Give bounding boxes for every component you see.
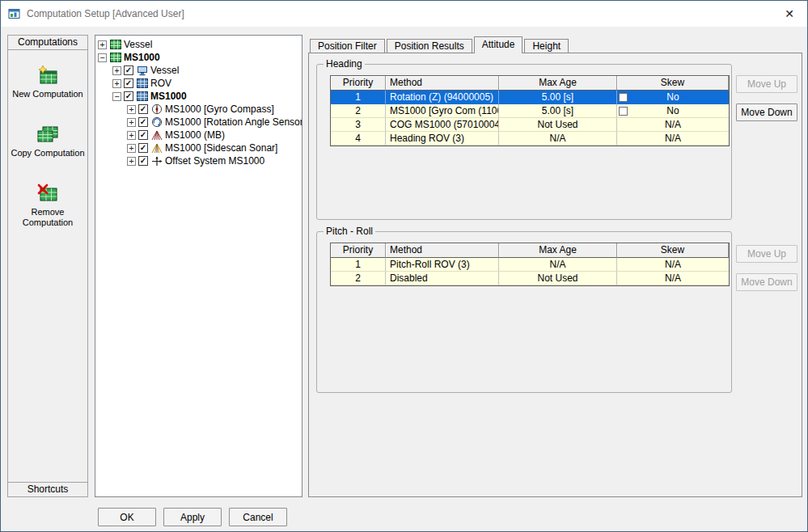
tree-checkbox[interactable]: ✓	[124, 91, 133, 101]
pitch-roll-group: Pitch - Roll PriorityMethodMax AgeSkew1P…	[316, 231, 732, 393]
cell-method: Disabled	[386, 272, 499, 285]
tree-item-label: MS1000 [Sidescan Sonar]	[165, 142, 277, 154]
multibeam-icon	[150, 129, 163, 141]
table-header-row: PriorityMethodMax AgeSkew	[331, 76, 729, 91]
column-header-method[interactable]: Method	[386, 76, 499, 91]
tree-item-label: Vessel	[150, 65, 179, 76]
table-header-row: PriorityMethodMax AgeSkew	[331, 243, 729, 258]
tree-item[interactable]: +✓MS1000 [Sidescan Sonar]	[95, 141, 302, 154]
rotation-icon	[150, 116, 163, 128]
tree-item[interactable]: +✓MS1000 [Rotation Angle Sensor]	[95, 116, 302, 129]
sidescan-icon	[150, 142, 163, 154]
table-row[interactable]: 2MS1000 [Gyro Com (110005.00 [s]No	[331, 104, 729, 118]
cell-method: COG MS1000 (57010004)	[386, 118, 499, 132]
expand-icon[interactable]: +	[127, 157, 136, 166]
move-down-button[interactable]: Move Down	[736, 103, 797, 121]
expand-icon[interactable]: +	[112, 66, 121, 75]
titlebar: Computation Setup [Advanced User] ✕	[1, 1, 807, 27]
tree-item[interactable]: +✓Offset System MS1000	[95, 154, 302, 167]
column-header-max-age[interactable]: Max Age	[499, 243, 617, 258]
sidebar-button-label: Copy Computation	[11, 148, 84, 158]
cell-max_age: N/A	[499, 258, 617, 272]
cell-method: Pitch-Roll ROV (3)	[386, 258, 499, 272]
table-row[interactable]: 3COG MS1000 (57010004)Not UsedN/A	[331, 118, 729, 132]
new-computation-icon	[36, 65, 60, 86]
expand-icon[interactable]: +	[127, 105, 136, 114]
column-header-max-age[interactable]: Max Age	[499, 76, 617, 91]
tree-checkbox[interactable]: ✓	[124, 65, 133, 75]
sidebar-button-new-computation[interactable]: New Computation	[8, 65, 87, 99]
remove-computation-icon	[36, 183, 60, 204]
tree-item[interactable]: +✓MS1000 (MB)	[95, 129, 302, 141]
tree-item[interactable]: −MS1000	[95, 51, 302, 64]
tab-height[interactable]: Height	[524, 39, 569, 53]
footer-button-apply[interactable]: Apply	[163, 508, 222, 526]
table-row[interactable]: 4Heading ROV (3)N/AN/A	[331, 132, 729, 146]
tab-position-results[interactable]: Position Results	[387, 39, 472, 53]
tree-checkbox[interactable]: ✓	[138, 117, 148, 127]
tree-item-label: Vessel	[124, 39, 152, 50]
column-header-priority[interactable]: Priority	[331, 243, 386, 258]
expand-icon[interactable]: +	[112, 79, 121, 88]
sidebar-button-copy-computation[interactable]: Copy Computation	[8, 124, 87, 158]
tree-item-label: MS1000 [Rotation Angle Sensor]	[165, 116, 302, 128]
tree-item[interactable]: +✓ROV	[95, 77, 302, 90]
table-row[interactable]: 2DisabledNot UsedN/A	[331, 272, 729, 285]
expand-icon[interactable]: +	[127, 144, 136, 153]
cell-skew: N/A	[617, 258, 729, 272]
tree-item[interactable]: +✓MS1000 [Gyro Compass]	[95, 103, 302, 116]
tree-checkbox[interactable]: ✓	[124, 78, 133, 88]
sidebar-button-label: New Computation	[12, 89, 82, 99]
cell-skew: N/A	[617, 272, 729, 285]
tree-checkbox[interactable]: ✓	[138, 143, 148, 153]
computations-header[interactable]: Computations	[8, 36, 87, 50]
node-icon	[136, 78, 148, 89]
cell-max_age: Not Used	[499, 118, 617, 132]
cell-skew: No	[617, 91, 729, 104]
cell-max_age: N/A	[499, 132, 617, 146]
tab-panel: Heading PriorityMethodMax AgeSkew1Rotati…	[308, 53, 802, 497]
shortcuts-header[interactable]: Shortcuts	[8, 482, 87, 496]
column-header-priority[interactable]: Priority	[331, 76, 386, 91]
cell-skew: N/A	[617, 118, 729, 132]
sidebar-button-remove-computation[interactable]: Remove Computation	[8, 183, 87, 228]
vessel-icon	[136, 65, 148, 76]
expand-icon[interactable]: +	[127, 131, 136, 140]
pitch-roll-group-title: Pitch - Roll	[324, 226, 375, 237]
tab-attitude[interactable]: Attitude	[474, 36, 523, 53]
close-icon[interactable]: ✕	[772, 1, 807, 27]
cell-skew: No	[617, 104, 729, 118]
cell-max_age: 5.00 [s]	[499, 104, 617, 118]
table-row[interactable]: 1Rotation (Z) (94000005)5.00 [s]No	[331, 91, 729, 104]
footer-button-ok[interactable]: OK	[98, 508, 156, 526]
table-row[interactable]: 1Pitch-Roll ROV (3)N/AN/A	[331, 258, 729, 272]
tree-checkbox[interactable]: ✓	[138, 104, 148, 114]
sidebar-button-label: Remove Computation	[11, 207, 85, 228]
column-header-skew[interactable]: Skew	[617, 243, 729, 258]
computation-icon	[109, 52, 121, 63]
tree-checkbox[interactable]: ✓	[138, 130, 148, 140]
column-header-method[interactable]: Method	[386, 243, 499, 258]
expand-icon[interactable]: +	[98, 40, 107, 49]
cell-max_age: 5.00 [s]	[499, 91, 617, 104]
tree-item-label: MS1000	[124, 52, 160, 63]
skew-checkbox[interactable]	[619, 107, 628, 116]
tree-item[interactable]: −✓MS1000	[95, 90, 302, 103]
cell-max_age: Not Used	[499, 272, 617, 285]
tree-item[interactable]: +Vessel	[95, 38, 302, 51]
cell-method: Heading ROV (3)	[386, 132, 499, 146]
cell-priority: 1	[331, 91, 386, 104]
tree-item[interactable]: +✓Vessel	[95, 64, 302, 77]
skew-checkbox[interactable]	[619, 93, 628, 102]
expand-icon[interactable]: +	[127, 118, 136, 127]
column-header-skew[interactable]: Skew	[617, 76, 729, 91]
table-pitch-roll: PriorityMethodMax AgeSkew1Pitch-Roll ROV…	[330, 243, 730, 286]
collapse-icon[interactable]: −	[98, 53, 107, 62]
move-up-button: Move Up	[736, 245, 797, 263]
collapse-icon[interactable]: −	[112, 92, 121, 101]
footer-button-cancel[interactable]: Cancel	[229, 508, 287, 526]
tab-strip: Position FilterPosition ResultsAttitudeH…	[310, 36, 570, 53]
cell-priority: 2	[331, 104, 386, 118]
tree-checkbox[interactable]: ✓	[138, 156, 148, 166]
tab-position-filter[interactable]: Position Filter	[310, 39, 385, 53]
